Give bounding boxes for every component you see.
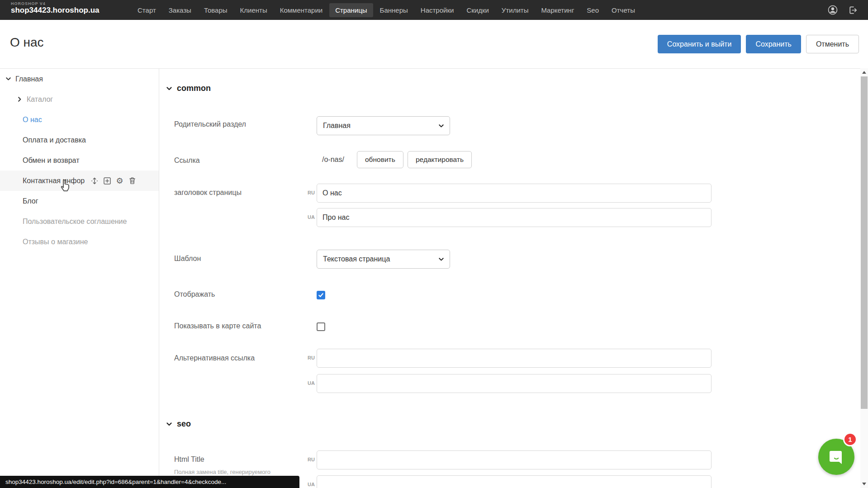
- link-path-value: /o-nas/: [322, 156, 344, 164]
- move-icon[interactable]: [90, 176, 99, 185]
- chat-bubble-icon: [827, 447, 846, 466]
- section-common-toggle[interactable]: common: [166, 84, 211, 93]
- account-icon[interactable]: [827, 5, 838, 15]
- page-title-ru-input[interactable]: [317, 184, 711, 203]
- tree-item-label: Каталог: [27, 95, 53, 104]
- cancel-button[interactable]: Отменить: [806, 35, 859, 53]
- lang-ru-badge: RU: [305, 190, 315, 195]
- page-edit-form: common Родительский раздел Главная Ссылк…: [159, 68, 860, 488]
- tree-item-obmen[interactable]: Обмен и возврат: [0, 150, 159, 171]
- chevron-down-icon: [438, 256, 444, 262]
- tree-item-label: Отзывы о магазине: [23, 238, 88, 246]
- display-checkbox[interactable]: [317, 291, 325, 299]
- tree-item-label: Оплата и доставка: [23, 136, 86, 144]
- tree-item-o-nas[interactable]: О нас: [0, 109, 159, 130]
- html-title-help: Полная замена title, генерируемого: [174, 469, 270, 475]
- display-label: Отображать: [174, 290, 215, 298]
- menu-item-reports[interactable]: Отчеты: [606, 3, 641, 17]
- html-title-label: Html Title: [174, 455, 204, 464]
- menu-item-orders[interactable]: Заказы: [163, 3, 197, 17]
- tree-item-otzyvy[interactable]: Отзывы о магазине: [0, 232, 159, 252]
- template-select[interactable]: Текстовая страница: [317, 250, 450, 269]
- menu-item-start[interactable]: Старт: [132, 3, 162, 17]
- template-value: Текстовая страница: [323, 255, 390, 263]
- alt-link-ua-input[interactable]: [317, 374, 711, 393]
- brand-domain: shop34423.horoshop.ua: [11, 6, 100, 15]
- lang-ua-badge: UA: [305, 482, 315, 487]
- lang-ua-badge: UA: [305, 380, 315, 386]
- menu-item-pages[interactable]: Страницы: [329, 3, 373, 17]
- menu-item-products[interactable]: Товары: [198, 3, 233, 17]
- section-seo-title: seo: [177, 419, 191, 429]
- sitemap-checkbox[interactable]: [317, 322, 325, 331]
- tree-item-actions: ⚙: [90, 176, 137, 185]
- page-editor-screen: HOROSHOP V4 shop34423.horoshop.ua Старт …: [0, 0, 868, 488]
- chevron-right-icon[interactable]: [17, 96, 23, 102]
- topbar-icons: [827, 0, 858, 20]
- alt-link-label: Альтернативная ссылка: [174, 354, 255, 362]
- scroll-up-icon[interactable]: [860, 69, 868, 76]
- pages-tree-sidebar: Главная Каталог О нас Оплата и доставка …: [0, 68, 159, 488]
- template-label: Шаблон: [174, 255, 201, 263]
- tree-item-oplata[interactable]: Оплата и доставка: [0, 130, 159, 150]
- chevron-down-icon: [438, 123, 444, 129]
- link-update-button[interactable]: обновить: [357, 151, 403, 168]
- lang-ru-badge: RU: [305, 457, 315, 462]
- tree-item-soglashenie[interactable]: Пользовательское соглашение: [0, 211, 159, 232]
- add-icon[interactable]: [103, 176, 111, 185]
- chevron-down-icon: [166, 421, 172, 427]
- lang-ua-badge: UA: [305, 214, 315, 220]
- tree-item-label: Главная: [15, 75, 43, 83]
- save-button[interactable]: Сохранить: [746, 35, 801, 53]
- chat-unread-badge: 1: [843, 432, 857, 446]
- parent-section-label: Родительский раздел: [174, 120, 246, 128]
- tree-item-kontaktnaya[interactable]: Контактная инфор ⚙: [0, 171, 159, 191]
- header-actions: Сохранить и выйти Сохранить Отменить: [658, 35, 859, 53]
- parent-section-value: Главная: [323, 122, 351, 130]
- link-edit-button[interactable]: редактировать: [408, 151, 472, 168]
- top-navigation-bar: HOROSHOP V4 shop34423.horoshop.ua Старт …: [0, 0, 868, 20]
- menu-item-marketing[interactable]: Маркетинг: [535, 3, 580, 17]
- chevron-down-icon[interactable]: [5, 76, 11, 82]
- brand-link[interactable]: HOROSHOP V4 shop34423.horoshop.ua: [11, 2, 100, 15]
- vertical-scrollbar[interactable]: [860, 68, 868, 488]
- tree-item-katalog[interactable]: Каталог: [0, 89, 159, 109]
- tree-item-glavnaya[interactable]: Главная: [0, 69, 159, 89]
- tree-item-label: Обмен и возврат: [23, 156, 79, 165]
- lang-ru-badge: RU: [305, 355, 315, 360]
- check-icon: [318, 292, 324, 298]
- main-menu: Старт Заказы Товары Клиенты Комментарии …: [131, 0, 641, 20]
- page-title-ua-input[interactable]: [317, 208, 711, 227]
- scroll-down-icon[interactable]: [860, 480, 868, 488]
- tree-item-blog[interactable]: Блог: [0, 191, 159, 211]
- trash-icon[interactable]: [128, 176, 137, 185]
- parent-section-select[interactable]: Главная: [317, 116, 450, 135]
- alt-link-ru-input[interactable]: [317, 349, 711, 368]
- save-and-exit-button[interactable]: Сохранить и выйти: [658, 35, 741, 53]
- html-title-ua-input[interactable]: [317, 475, 711, 488]
- tree-item-label: Блог: [23, 197, 38, 205]
- menu-item-clients[interactable]: Клиенты: [234, 3, 273, 17]
- tree-item-label: Контактная инфор: [23, 177, 85, 185]
- menu-item-banners[interactable]: Баннеры: [374, 3, 414, 17]
- browser-status-bar: shop34423.horoshop.ua/edit/edit.php?id=6…: [0, 476, 299, 488]
- chevron-down-icon: [166, 85, 172, 92]
- gear-icon[interactable]: ⚙: [115, 176, 124, 185]
- section-common-title: common: [177, 84, 211, 93]
- menu-item-settings[interactable]: Настройки: [415, 3, 460, 17]
- menu-item-utilities[interactable]: Утилиты: [496, 3, 535, 17]
- page-header: О нас Сохранить и выйти Сохранить Отмени…: [0, 20, 868, 68]
- page-title-label: заголовок страницы: [174, 189, 242, 197]
- menu-item-seo[interactable]: Seo: [581, 3, 605, 17]
- scrollbar-thumb[interactable]: [861, 76, 868, 409]
- sitemap-label: Показывать в карте сайта: [174, 322, 261, 330]
- html-title-ru-input[interactable]: [317, 450, 711, 469]
- menu-item-comments[interactable]: Комментарии: [274, 3, 328, 17]
- page-title: О нас: [10, 35, 44, 50]
- menu-item-discounts[interactable]: Скидки: [460, 3, 494, 17]
- link-label: Ссылка: [174, 156, 200, 165]
- logout-icon[interactable]: [847, 5, 858, 15]
- tree-item-label: Пользовательское соглашение: [23, 218, 127, 226]
- section-seo-toggle[interactable]: seo: [166, 419, 191, 429]
- tree-item-label: О нас: [23, 116, 42, 124]
